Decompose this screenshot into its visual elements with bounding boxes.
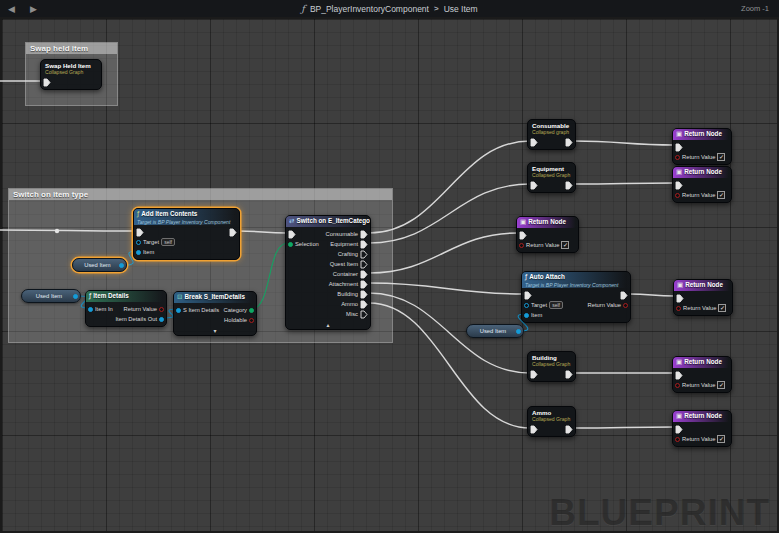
exec-pin[interactable] — [565, 181, 573, 190]
pin-row: Consumable — [286, 229, 370, 239]
return-value-pin[interactable] — [675, 193, 680, 198]
breadcrumb-graph[interactable]: Use Item — [444, 4, 478, 14]
node-used-item-a[interactable]: Used Item — [72, 258, 127, 272]
node-swap-held-item[interactable]: Swap Held ItemCollapsed Graph — [40, 59, 102, 90]
node-item-details[interactable]: ƒItem DetailsItem InReturn ValueItem Det… — [85, 290, 167, 327]
exec-pin[interactable] — [136, 228, 144, 237]
variable-name: Used Item — [36, 293, 62, 299]
nodes-layer: Swap Held ItemCollapsed GraphƒAdd Item C… — [0, 0, 779, 533]
node-return-node-consumable[interactable]: ▣Return NodeReturn Value✓ — [672, 128, 732, 165]
variable-name: Used Item — [480, 328, 506, 334]
node-equipment[interactable]: EquipmentCollapsed Graph — [527, 162, 576, 193]
pin-row — [528, 180, 575, 190]
return-value-checkbox[interactable]: ✓ — [718, 304, 726, 312]
node-switch-on-e-itemcategorys[interactable]: ⇄Switch on E_ItemCategorysConsumableSele… — [285, 215, 371, 330]
exec-pin[interactable] — [519, 231, 527, 240]
pin-row: Return Value✓ — [674, 303, 732, 313]
node-subtitle: Target is BP Player Inventory Component — [525, 282, 627, 288]
return-value-checkbox[interactable]: ✓ — [717, 381, 725, 389]
item-pin[interactable] — [524, 313, 529, 318]
pin-label: Target — [531, 302, 547, 308]
breadcrumb-blueprint[interactable]: BP_PlayerInventoryComponent — [310, 4, 429, 14]
node-auto-attach[interactable]: ƒAuto AttachTarget is BP Player Inventor… — [521, 271, 631, 323]
exec-pin[interactable] — [565, 138, 573, 147]
target-pin[interactable] — [136, 240, 141, 245]
exec-pin[interactable] — [530, 370, 538, 379]
item-pin[interactable] — [136, 250, 141, 255]
node-return-node-container[interactable]: ▣Return NodeReturn Value✓ — [516, 216, 579, 253]
node-title: Break S_ItemDetails — [184, 292, 245, 302]
expand-chevron-icon[interactable]: ▾ — [174, 327, 256, 335]
item-details-out-pin[interactable] — [159, 317, 164, 322]
return-value-checkbox[interactable]: ✓ — [717, 435, 725, 443]
node-header: ƒItem Details — [86, 291, 166, 302]
return-value-pin[interactable] — [675, 437, 680, 442]
node-return-node-attachment[interactable]: ▣Return NodeReturn Value✓ — [673, 279, 733, 316]
pin-row: Return Value✓ — [673, 152, 731, 162]
node-add-item-contents[interactable]: ƒAdd Item ContentsTarget is BP Player In… — [133, 208, 240, 260]
node-consumable[interactable]: ConsumableCollapsed graph — [527, 119, 576, 150]
node-return-node-equipment[interactable]: ▣Return NodeReturn Value✓ — [672, 166, 732, 203]
pin-row: Quest Item — [286, 259, 370, 269]
exec-pin[interactable] — [565, 425, 573, 434]
node-used-item-c[interactable]: Used Item — [466, 324, 524, 338]
exec-pin[interactable] — [675, 371, 683, 380]
node-return-node-building[interactable]: ▣Return NodeReturn Value✓ — [672, 356, 732, 393]
misc-pin[interactable] — [360, 310, 368, 319]
exec-pin[interactable] — [119, 263, 124, 268]
target-pin[interactable] — [524, 303, 529, 308]
return-value-pin[interactable] — [676, 306, 681, 311]
variable-name: Used Item — [84, 262, 110, 268]
equipment-pin[interactable] — [360, 240, 368, 249]
return-value-checkbox[interactable]: ✓ — [561, 241, 569, 249]
category-pin[interactable] — [249, 308, 254, 313]
consumable-pin[interactable] — [360, 230, 368, 239]
return-value-checkbox[interactable]: ✓ — [717, 191, 725, 199]
container-pin[interactable] — [360, 270, 368, 279]
return-value-pin[interactable] — [623, 303, 628, 308]
ammo-pin[interactable] — [360, 300, 368, 309]
exec-pin[interactable] — [524, 291, 532, 300]
node-header: ⊟Break S_ItemDetails — [174, 292, 256, 303]
exec-pin[interactable] — [530, 425, 538, 434]
exec-pin[interactable] — [675, 181, 683, 190]
exec-pin[interactable] — [675, 425, 683, 434]
node-used-item-b[interactable]: Used Item — [21, 289, 81, 303]
exec-pin[interactable] — [530, 181, 538, 190]
exec-pin[interactable] — [43, 78, 51, 87]
default-value-box[interactable]: self — [161, 238, 175, 246]
quest-item-pin[interactable] — [360, 260, 368, 269]
node-building[interactable]: BuildingCollapsed Graph — [527, 351, 576, 382]
item-in-pin[interactable] — [88, 307, 93, 312]
node-return-node-ammo[interactable]: ▣Return NodeReturn Value✓ — [672, 410, 732, 447]
exec-pin[interactable] — [676, 294, 684, 303]
return-value-pin[interactable] — [675, 155, 680, 160]
exec-pin[interactable] — [530, 138, 538, 147]
return-value-pin[interactable] — [675, 383, 680, 388]
exec-pin[interactable] — [516, 329, 521, 334]
node-ammo[interactable]: AmmoCollapsed Graph — [527, 406, 576, 437]
pin-label: Quest Item — [330, 261, 358, 267]
s-item-details-pin[interactable] — [176, 308, 181, 313]
holdable-pin[interactable] — [249, 318, 254, 323]
exec-pin[interactable] — [229, 228, 237, 237]
return-value-pin[interactable] — [519, 243, 524, 248]
node-break-s-itemdetails[interactable]: ⊟Break S_ItemDetailsS Item DetailsCatego… — [173, 291, 257, 336]
exec-pin[interactable] — [620, 291, 628, 300]
default-value-box[interactable]: self — [549, 301, 563, 309]
return-value-pin[interactable] — [159, 307, 164, 312]
pin-row: Attachment — [286, 279, 370, 289]
exec-pin[interactable] — [565, 370, 573, 379]
exec-pin[interactable] — [73, 294, 78, 299]
pin-label: Item In — [95, 306, 113, 312]
exec-pin[interactable] — [288, 230, 296, 239]
pure-icon: ƒ — [89, 291, 91, 301]
exec-pin[interactable] — [675, 143, 683, 152]
expand-chevron-icon[interactable]: ▴ — [286, 321, 370, 329]
return-value-checkbox[interactable]: ✓ — [717, 153, 725, 161]
selection-pin[interactable] — [288, 242, 293, 247]
building-pin[interactable] — [360, 290, 368, 299]
attachment-pin[interactable] — [360, 280, 368, 289]
pin-row: Building — [286, 289, 370, 299]
crafting-pin[interactable] — [360, 250, 368, 259]
